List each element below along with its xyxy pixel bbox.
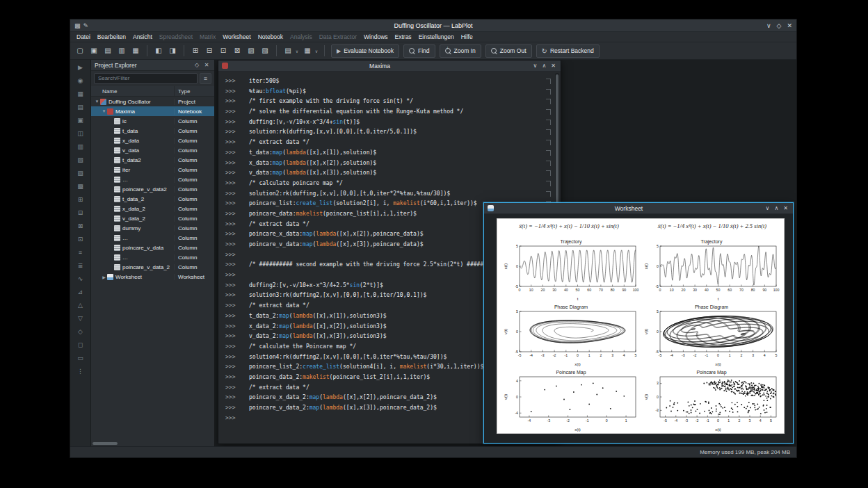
tree-row-t-data-2[interactable]: t_data_2Column (91, 194, 214, 204)
notebook-entry-2[interactable]: >>>%tau:bfloat(%pi)$ (218, 87, 561, 97)
document-open-icon[interactable]: ▣ (88, 44, 100, 57)
dock-tool-icon-7[interactable]: ▧ (75, 154, 86, 165)
print-preview-icon[interactable]: ▦ (129, 44, 142, 57)
document-new-icon[interactable]: ▢ (74, 44, 86, 57)
dock-tool-icon-6[interactable]: ▥ (75, 141, 86, 152)
dock-tool-icon-2[interactable]: ▦ (75, 88, 86, 99)
print-icon[interactable]: ▥ (115, 44, 128, 57)
expander-icon[interactable]: ▶ (101, 275, 107, 279)
window-maximize-button[interactable]: ∧ (773, 205, 780, 211)
dock-tool-icon-9[interactable]: ▩ (75, 181, 86, 192)
document-save-icon[interactable]: ▤ (102, 44, 114, 57)
tree-row-x-data[interactable]: x_dataColumn (91, 136, 214, 145)
dock-tool-icon-17[interactable]: ⊿ (75, 286, 86, 298)
dock-tool-icon-13[interactable]: ⊡ (75, 234, 86, 245)
float-panel-button[interactable]: ◇ (193, 62, 201, 68)
name-column-header[interactable]: Name (91, 88, 174, 95)
menu-datei[interactable]: Datei (73, 33, 94, 40)
dock-tool-icon-23[interactable]: ⋮ (75, 366, 86, 377)
equation-label-2[interactable]: ẍ(t) = −1/4 x³(t) + x(t) − 1/10 ẋ(t) + 2… (641, 222, 784, 232)
search-input[interactable]: Search/Filter (94, 73, 198, 84)
notebook-entry-4[interactable]: >>>/* solve the differential equation wi… (218, 107, 561, 117)
notebook-entry-9[interactable]: >>>x_data:map(lambda([x],x[2]),solution)… (218, 158, 561, 169)
tree-row-ellipsis[interactable]: …Column (91, 174, 214, 184)
dock-tool-icon-1[interactable]: ◉ (75, 75, 86, 86)
tree-row-ic[interactable]: icColumn (91, 116, 214, 126)
window-close-button[interactable]: ✕ (782, 205, 789, 211)
dock-tool-icon-18[interactable]: △ (75, 300, 86, 311)
notebook-entry-11[interactable]: >>>/* calculate poincare map */ (218, 179, 561, 189)
notebook-entry-1[interactable]: >>>iter:500$ (218, 76, 561, 87)
tree-row-iter[interactable]: iterColumn (91, 165, 214, 174)
window-close-button[interactable]: ✕ (549, 63, 557, 69)
tree-row-poincare-v-data[interactable]: poincare_v_dataColumn (91, 243, 214, 252)
project-explorer-header[interactable]: Project Explorer ◇✕ (91, 60, 214, 71)
plot-poincare-2[interactable]: Poincare Map-5-4-3-2-1012345-303x(t)v(t) (643, 368, 780, 432)
dock-tool-icon-15[interactable]: ≣ (75, 260, 86, 271)
type-column-header[interactable]: Type (174, 86, 214, 96)
dock-tool-icon-12[interactable]: ⊠ (75, 220, 86, 231)
dock-tool-icon-14[interactable]: ≡ (75, 247, 86, 258)
plot-phase-1[interactable]: Phase Diagram-5-4-3-2-1012345-505x(t)v(t… (503, 302, 639, 366)
dock-tool-icon-4[interactable]: ▣ (75, 115, 86, 126)
tree-row-maxima[interactable]: ▼MaximaNotebook (91, 106, 214, 116)
notebook-entry-5[interactable]: >>>duffing:[v,-v/10+x-x^3/4+sin(t)]$ (218, 117, 561, 128)
evaluate-notebook-button[interactable]: ▶Evaluate Notebook (331, 44, 399, 58)
menu-worksheet[interactable]: Worksheet (219, 33, 254, 40)
dock-tool-icon-5[interactable]: ◫ (75, 128, 86, 139)
notebook-entry-8[interactable]: >>>t_data:map(lambda([x],x[1]),solution)… (218, 148, 561, 158)
filter-options-button[interactable]: ≡ (200, 73, 211, 84)
notebook-entry-12[interactable]: >>>solution2:rk(duffing,[x,v],[0,0],[t,0… (218, 189, 561, 200)
tree-row-ellipsis[interactable]: …Column (91, 252, 214, 262)
dock-tool-icon-10[interactable]: ⊞ (75, 194, 86, 205)
horizontal-scrollbar[interactable] (93, 442, 118, 445)
plot-trajectory-1[interactable]: Trajectory0102030405060708090100-505tx(t… (503, 237, 639, 301)
zoom-in-button[interactable]: +Zoom In (440, 44, 481, 58)
dock-tool-icon-20[interactable]: ◇ (75, 326, 86, 337)
menu-analysis[interactable]: Analysis (287, 33, 316, 40)
tree-row-worksheet[interactable]: ▶WorksheetWorksheet (91, 272, 214, 282)
plot-phase-2[interactable]: Phase Diagram-5-4-3-2-1012345-505x(t)v(t… (643, 302, 780, 366)
find-button[interactable]: Find (403, 44, 435, 58)
dock-tool-icon-11[interactable]: ⊟ (75, 207, 86, 218)
menu-einstellungen[interactable]: Einstellungen (415, 33, 458, 40)
expander-icon[interactable]: ▼ (94, 99, 100, 104)
maxima-window-titlebar[interactable]: Maxima ∨∧✕ (218, 60, 561, 72)
new-spreadsheet-icon[interactable]: ◨ (166, 44, 179, 57)
plot-poincare-1[interactable]: Poincare Map-4-3-2-101-404x(t)v(t) (503, 368, 639, 432)
export-icon[interactable]: ▨ (259, 44, 271, 57)
menu-data-extractor[interactable]: Data Extractor (316, 33, 360, 40)
menu-ansicht[interactable]: Ansicht (129, 33, 156, 40)
zoom-out-button[interactable]: −Zoom Out (485, 44, 532, 58)
dock-tool-icon-8[interactable]: ▨ (75, 168, 86, 179)
close-panel-button[interactable]: ✕ (202, 62, 211, 68)
new-worksheet-icon[interactable]: ⊟ (203, 44, 216, 57)
menu-windows[interactable]: Windows (360, 33, 391, 40)
new-workbook-icon[interactable]: ◧ (152, 44, 165, 57)
tree-row-duffing-oscillator[interactable]: ▼Duffing OscillatorProject (91, 97, 214, 106)
new-matrix-icon[interactable]: ⊞ (189, 44, 202, 57)
plot-trajectory-2[interactable]: Trajectory0102030405060708090100-505tx(t… (643, 237, 780, 301)
tree-row-poincare-v-data-2[interactable]: poincare_v_data_2Column (91, 262, 214, 272)
notebook-entry-3[interactable]: >>>/* first example with the driving for… (218, 97, 561, 107)
tree-row-ellipsis[interactable]: …Column (91, 233, 214, 243)
notebook-entry-10[interactable]: >>>v_data:map(lambda([x],x[3]),solution)… (218, 168, 561, 179)
tree-row-poincare-v-data2[interactable]: poincare_v_data2Column (91, 184, 214, 194)
dock-tool-icon-19[interactable]: ▽ (75, 313, 86, 324)
menu-spreadsheet[interactable]: Spreadsheet (156, 33, 196, 40)
tree-row-v-data-2[interactable]: v_data_2Column (91, 213, 214, 223)
tree-row-dummy[interactable]: dummyColumn (91, 223, 214, 233)
worksheet-window-titlebar[interactable]: Worksheet ∨∧✕ (484, 203, 793, 214)
tree-row-x-data-2[interactable]: x_data_2Column (91, 204, 214, 213)
menu-notebook[interactable]: Notebook (255, 33, 287, 40)
dock-tool-icon-16[interactable]: ∿ (75, 273, 86, 284)
tree-row-v-data[interactable]: v_dataColumn (91, 145, 214, 155)
import-icon[interactable]: ▧ (245, 44, 257, 57)
tree-row-t-data[interactable]: t_dataColumn (91, 126, 214, 136)
restart-backend-button[interactable]: ↻Restart Backend (536, 44, 600, 58)
dock-tool-icon-21[interactable]: ◻ (75, 339, 86, 350)
titlebar[interactable]: ▩✎ Duffing Oscillator — LabPlot ∨◇✕ (70, 19, 796, 32)
menu-hilfe[interactable]: Hilfe (458, 33, 476, 40)
menu-bearbeiten[interactable]: Bearbeiten (94, 33, 129, 40)
close-button[interactable]: ✕ (787, 20, 792, 31)
